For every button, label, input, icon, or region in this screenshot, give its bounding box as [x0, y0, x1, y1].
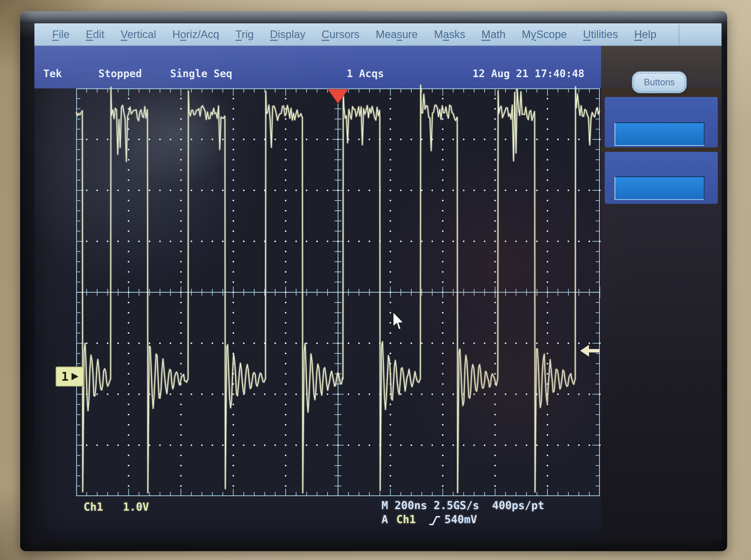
menu-item-math[interactable]: Math: [482, 28, 506, 41]
softkey-column: Buttons: [601, 46, 721, 540]
acquisition-count: 1 Acqs: [347, 67, 384, 80]
menu-item-edit[interactable]: Edit: [86, 28, 104, 41]
menu-item-measure[interactable]: Measure: [376, 28, 418, 41]
ch1-scale-readout: 1.0V: [123, 501, 149, 513]
menu-item-help[interactable]: Help: [634, 28, 657, 41]
oscilloscope-photo: FileEditVerticalHoriz/AcqTrigDisplayCurs…: [0, 0, 751, 560]
timebase-readout: M 200ns 2.5GS/s: [382, 499, 479, 512]
trigger-position-marker[interactable]: [328, 89, 348, 104]
graticule-grid: [76, 88, 600, 496]
buttons-button[interactable]: Buttons: [632, 71, 687, 93]
menu-item-vertical[interactable]: Vertical: [121, 28, 156, 41]
ch1-readout-label: Ch1: [83, 501, 103, 513]
menu-item-trig[interactable]: Trig: [235, 28, 254, 41]
channel-1-label: 1: [61, 369, 69, 384]
right-arrow-icon: [72, 373, 78, 380]
menu-item-cursors[interactable]: Cursors: [322, 28, 360, 41]
trigger-level-arrow[interactable]: [580, 345, 600, 357]
trigger-prefix-readout: A: [382, 513, 388, 526]
menu-bar: FileEditVerticalHoriz/AcqTrigDisplayCurs…: [34, 23, 721, 46]
graticule: [76, 88, 600, 496]
mouse-cursor-icon: [392, 312, 406, 332]
menu-bar-divider: [679, 25, 679, 44]
status-bar: Tek Stopped Single Seq 1 Acqs 12 Aug 21 …: [34, 46, 603, 88]
acquisition-mode: Single Seq: [170, 67, 232, 80]
softkey-button-1[interactable]: [615, 122, 705, 146]
menu-item-file[interactable]: File: [52, 28, 70, 41]
trigger-source-readout: Ch1: [396, 513, 416, 526]
softkey-button-2[interactable]: [615, 176, 705, 200]
menu-item-display[interactable]: Display: [270, 28, 305, 41]
menu-item-masks[interactable]: Masks: [434, 28, 465, 41]
menu-item-horiz-acq[interactable]: Horiz/Acq: [172, 28, 219, 41]
panel-gap: [601, 147, 721, 152]
menu-item-myscope[interactable]: MyScope: [522, 28, 566, 41]
tek-logo: Tek: [43, 67, 62, 80]
trigger-level-readout: 540mV: [444, 513, 477, 526]
waveform-display-area: [76, 88, 600, 496]
channel-1-ground-marker[interactable]: 1: [56, 366, 84, 386]
scope-screen: FileEditVerticalHoriz/AcqTrigDisplayCurs…: [34, 23, 721, 540]
menu-item-utilities[interactable]: Utilities: [583, 28, 618, 41]
datetime: 12 Aug 21 17:40:48: [473, 67, 584, 80]
acquisition-state: Stopped: [98, 67, 142, 80]
resolution-readout: 400ps/pt: [492, 499, 544, 512]
rising-slope-icon: [429, 515, 441, 527]
